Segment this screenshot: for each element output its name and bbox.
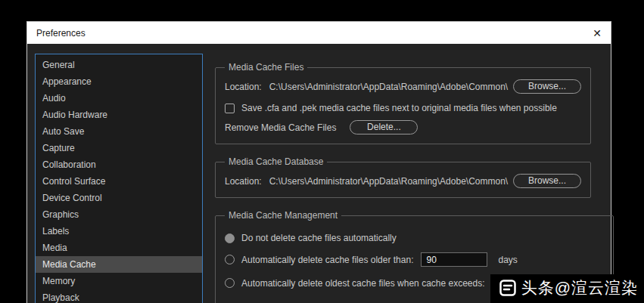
- save-next-to-originals-row: Save .cfa and .pek media cache files nex…: [225, 103, 581, 113]
- database-location-path: C:\Users\Administrator\AppData\Roaming\A…: [269, 176, 508, 187]
- watermark: 头条@渲云渲染: [490, 274, 644, 303]
- sidebar-item-control-surface[interactable]: Control Surface: [36, 173, 202, 190]
- preferences-content: Media Cache Files Location: C:\Users\Adm…: [215, 62, 614, 303]
- sidebar-item-general[interactable]: General: [36, 57, 202, 73]
- radio-delete-when-exceeds[interactable]: [225, 278, 235, 288]
- sidebar-item-capture[interactable]: Capture: [36, 140, 202, 156]
- preferences-dialog: Preferences ✕ General Appearance Audio A…: [26, 21, 611, 303]
- media-cache-files-section: Media Cache Files Location: C:\Users\Adm…: [215, 62, 591, 144]
- option-row-delete-older-than: Automatically delete cache files older t…: [225, 252, 604, 267]
- sidebar-item-audio[interactable]: Audio: [36, 90, 202, 107]
- media-cache-files-legend: Media Cache Files: [225, 62, 307, 73]
- sidebar-item-device-control[interactable]: Device Control: [36, 190, 202, 206]
- files-browse-button[interactable]: Browse...: [513, 79, 581, 94]
- sidebar-item-memory[interactable]: Memory: [36, 273, 202, 289]
- sidebar-item-media[interactable]: Media: [36, 240, 202, 256]
- option-label-delete-older-than: Automatically delete cache files older t…: [241, 255, 413, 265]
- sidebar-item-graphics[interactable]: Graphics: [36, 206, 202, 223]
- files-location-row: Location: C:\Users\Administrator\AppData…: [225, 79, 581, 94]
- preferences-category-list: General Appearance Audio Audio Hardware …: [35, 54, 203, 303]
- option-row-no-auto-delete: Do not delete cache files automatically: [225, 233, 604, 243]
- days-unit-label: days: [498, 255, 517, 265]
- radio-no-auto-delete[interactable]: [225, 233, 235, 243]
- radio-delete-older-than[interactable]: [225, 255, 235, 264]
- close-icon[interactable]: ✕: [593, 28, 602, 39]
- dialog-body: General Appearance Audio Audio Hardware …: [27, 44, 611, 303]
- sidebar-item-playback[interactable]: Playback: [36, 289, 202, 303]
- database-location-row: Location: C:\Users\Administrator\AppData…: [225, 174, 581, 188]
- watermark-text: 头条@渲云渲染: [521, 277, 638, 298]
- delete-cache-button[interactable]: Delete...: [350, 120, 418, 134]
- remove-cache-row: Remove Media Cache Files Delete...: [225, 120, 581, 134]
- media-cache-database-section: Media Cache Database Location: C:\Users\…: [215, 156, 591, 198]
- option-label-delete-when-exceeds: Automatically delete oldest cache files …: [241, 278, 485, 289]
- save-next-to-originals-checkbox[interactable]: [225, 104, 235, 113]
- sidebar-item-appearance[interactable]: Appearance: [36, 73, 202, 90]
- files-location-label: Location:: [225, 82, 262, 92]
- database-browse-button[interactable]: Browse...: [513, 174, 581, 188]
- database-location-label: Location:: [225, 176, 262, 187]
- option-label-no-auto-delete: Do not delete cache files automatically: [241, 233, 397, 243]
- media-cache-management-legend: Media Cache Management: [225, 210, 341, 221]
- toutiao-logo-icon: [499, 280, 516, 296]
- media-cache-database-legend: Media Cache Database: [225, 156, 327, 167]
- sidebar-item-labels[interactable]: Labels: [36, 223, 202, 240]
- dialog-title: Preferences: [36, 28, 86, 39]
- cache-age-days-input[interactable]: [421, 252, 487, 267]
- sidebar-item-auto-save[interactable]: Auto Save: [36, 123, 202, 140]
- screenshot-root: Preferences ✕ General Appearance Audio A…: [0, 0, 644, 303]
- sidebar-item-media-cache[interactable]: Media Cache: [36, 256, 202, 273]
- save-next-to-originals-label: Save .cfa and .pek media cache files nex…: [241, 103, 557, 113]
- sidebar-item-collaboration[interactable]: Collaboration: [36, 156, 202, 173]
- dialog-titlebar[interactable]: Preferences ✕: [27, 22, 611, 44]
- sidebar-item-audio-hardware[interactable]: Audio Hardware: [36, 107, 202, 123]
- remove-cache-label: Remove Media Cache Files: [225, 122, 336, 133]
- files-location-path: C:\Users\Administrator\AppData\Roaming\A…: [269, 82, 508, 92]
